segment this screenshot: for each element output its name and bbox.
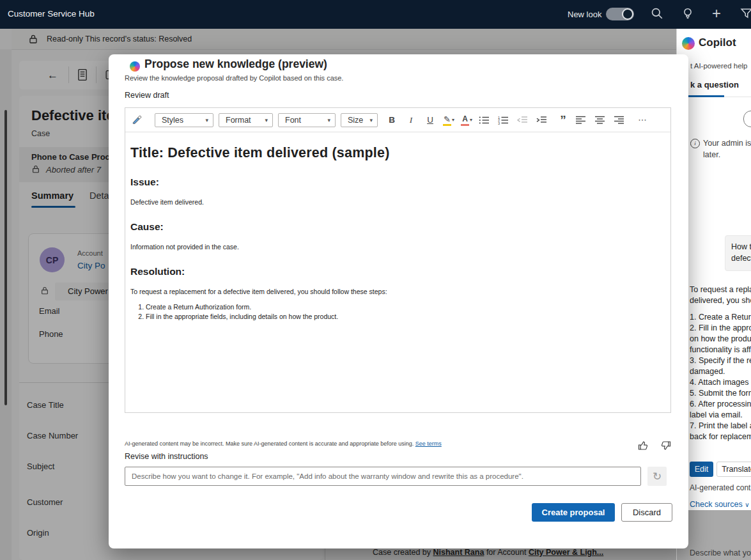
propose-knowledge-dialog: Propose new knowledge (preview) Review t…: [109, 54, 688, 548]
caret-icon: ▾: [327, 117, 330, 123]
search-icon[interactable]: [651, 7, 665, 21]
italic-button[interactable]: I: [403, 113, 419, 127]
styles-dropdown[interactable]: Styles▾: [155, 113, 213, 127]
refresh-icon[interactable]: ↻: [647, 467, 667, 486]
align-left-icon[interactable]: [576, 116, 591, 124]
check-sources-link[interactable]: Check sources ∨: [690, 500, 750, 509]
outdent-icon: [517, 116, 532, 125]
lightbulb-icon[interactable]: [681, 7, 695, 21]
new-look-toggle[interactable]: [606, 8, 634, 20]
thumbs-down-icon[interactable]: [661, 440, 671, 451]
section-issue-body: Defective item delivered.: [130, 198, 662, 206]
editor-toolbar: Styles▾ Format▾ Font▾ Size▾ B I U ✎: [125, 108, 670, 132]
copilot-panel-title: Copilot: [699, 36, 736, 49]
indent-icon[interactable]: [536, 116, 552, 125]
ai-disclaimer-row: AI-generated content may be incorrect. M…: [125, 440, 671, 451]
numbered-list-icon[interactable]: 1 2 3: [498, 116, 513, 125]
top-nav-bar: Customer Service Hub New look +: [0, 0, 751, 29]
filter-icon[interactable]: [740, 7, 751, 21]
copilot-icon: [130, 61, 140, 72]
revise-label: Revise with instructions: [125, 452, 208, 461]
bullet-list-icon[interactable]: [479, 116, 494, 125]
align-right-icon[interactable]: [614, 116, 630, 124]
draft-title: Title: Defective item delivered (sample): [130, 145, 662, 161]
create-proposal-button[interactable]: Create proposal: [532, 503, 615, 522]
font-color-button[interactable]: A: [461, 116, 469, 126]
resolution-steps: Create a Return Authorization form. Fill…: [130, 303, 662, 320]
edit-button[interactable]: Edit: [690, 462, 713, 477]
app-title: Customer Service Hub: [8, 9, 95, 19]
caret-icon[interactable]: ▾: [470, 117, 472, 123]
section-resolution-heading: Resolution:: [130, 266, 662, 277]
see-terms-link[interactable]: See terms: [415, 440, 442, 447]
caret-icon: ▾: [205, 117, 208, 123]
underline-button[interactable]: U: [422, 113, 438, 127]
bold-button[interactable]: B: [384, 113, 399, 127]
review-draft-label: Review draft: [125, 91, 169, 100]
svg-text:3: 3: [498, 121, 500, 124]
section-cause-body: Information not provided in the case.: [130, 243, 662, 251]
resolution-step: Create a Return Authorization form.: [146, 303, 662, 311]
caret-icon: ▾: [369, 117, 373, 123]
new-look-label: New look: [568, 10, 601, 19]
copilot-logo-icon: [682, 37, 695, 50]
more-options-icon[interactable]: ⋯: [635, 113, 650, 127]
ai-note: AI-generated cont: [690, 483, 750, 492]
revise-instructions-input[interactable]: [125, 467, 641, 486]
panel-pill-button[interactable]: [743, 111, 751, 127]
highlight-color-button[interactable]: ✎: [443, 116, 451, 126]
copilot-input-placeholder: Describe what you: [690, 548, 751, 557]
caret-icon[interactable]: ▾: [452, 117, 454, 123]
section-cause-heading: Cause:: [130, 221, 662, 233]
plus-icon[interactable]: +: [712, 7, 726, 21]
user-question-bubble: How to defecti: [725, 235, 751, 271]
tab-ask-a-question[interactable]: k a question: [690, 80, 739, 89]
admin-notice: Your admin is g later.: [703, 137, 751, 160]
editor-content[interactable]: Title: Defective item delivered (sample)…: [125, 132, 670, 320]
chevron-down-icon: ∨: [745, 501, 749, 508]
font-dropdown[interactable]: Font▾: [278, 113, 336, 127]
app-screen: Customer Service Hub New look + Read-onl…: [0, 0, 751, 560]
dialog-title: Propose new knowledge (preview): [144, 58, 327, 71]
highlight-pen-icon: ✎: [444, 116, 451, 123]
translate-button[interactable]: Translate: [716, 462, 751, 477]
size-dropdown[interactable]: Size▾: [341, 113, 378, 127]
dialog-subtitle: Review the knowledge proposal drafted by…: [125, 74, 343, 82]
toggle-knob: [622, 8, 633, 20]
font-color-letter: A: [462, 116, 468, 123]
caret-icon: ▾: [265, 117, 268, 123]
align-center-icon[interactable]: [595, 116, 610, 124]
ai-disclaimer: AI-generated content may be incorrect. M…: [125, 440, 442, 447]
format-painter-icon[interactable]: [132, 114, 147, 125]
resolution-step: Fill in the appropriate fields, includin…: [146, 313, 662, 320]
section-issue-heading: Issue:: [130, 176, 662, 188]
info-icon: i: [690, 139, 700, 148]
copilot-answer: To request a repla delivered, you sho 1.…: [690, 284, 751, 442]
copilot-subtitle: t AI-powered help: [690, 62, 748, 70]
blockquote-icon[interactable]: ”: [555, 116, 571, 125]
thumbs-up-icon[interactable]: [638, 440, 648, 451]
format-dropdown[interactable]: Format▾: [219, 113, 273, 127]
discard-button[interactable]: Discard: [621, 503, 672, 522]
rich-text-editor: Styles▾ Format▾ Font▾ Size▾ B I U ✎: [125, 107, 671, 413]
section-resolution-body: To request a replacement for a defective…: [130, 288, 662, 295]
